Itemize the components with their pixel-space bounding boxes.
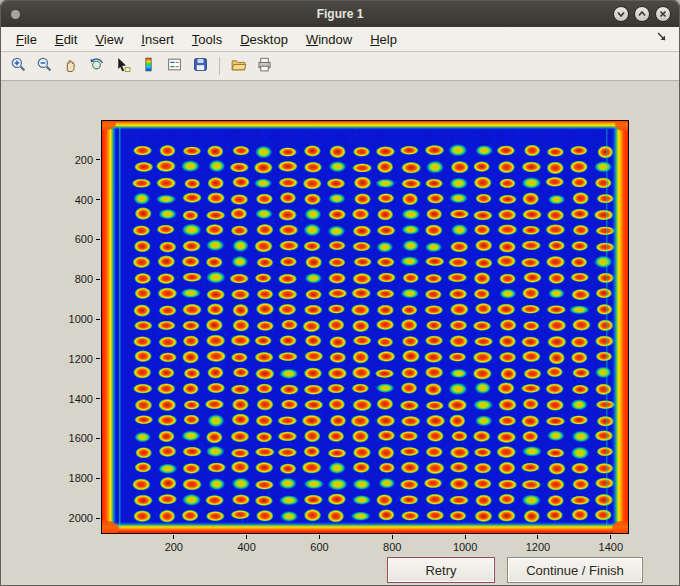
y-tick-mark (96, 398, 100, 399)
y-tick-label: 400 (57, 194, 93, 206)
menu-tools[interactable]: Tools (183, 29, 231, 50)
menu-desktop[interactable]: Desktop (231, 29, 297, 50)
titlebar[interactable]: Figure 1 (1, 1, 679, 27)
retry-button[interactable]: Retry (387, 557, 495, 583)
x-tick-label: 1200 (518, 541, 558, 553)
y-tick-label: 600 (57, 233, 93, 245)
rotate-3d-icon (88, 56, 105, 76)
y-tick-label: 200 (57, 154, 93, 166)
menubar: File Edit View Insert Tools Desktop Wind… (1, 27, 679, 52)
plot-axes (101, 120, 629, 534)
menu-edit[interactable]: Edit (46, 29, 86, 50)
x-tick-mark (610, 535, 611, 539)
y-tick-label: 800 (57, 273, 93, 285)
shade-button[interactable] (613, 6, 629, 22)
y-tick-label: 1400 (57, 393, 93, 405)
window-title: Figure 1 (1, 7, 679, 21)
x-tick-mark (319, 535, 320, 539)
y-tick-mark (96, 518, 100, 519)
printer-icon (256, 56, 273, 76)
insert-legend-button[interactable] (162, 55, 187, 78)
y-tick-mark (96, 319, 100, 320)
save-button[interactable] (188, 55, 213, 78)
toolbar-separator (219, 57, 220, 75)
x-tick-label: 200 (154, 541, 194, 553)
dock-figure-icon[interactable] (655, 30, 669, 48)
chevron-up-icon (637, 9, 647, 19)
menu-help[interactable]: Help (361, 29, 406, 50)
zoom-out-button[interactable] (32, 55, 57, 78)
menu-view[interactable]: View (86, 29, 132, 50)
print-button[interactable] (252, 55, 277, 78)
y-tick-label: 1600 (57, 432, 93, 444)
x-tick-label: 1400 (591, 541, 631, 553)
y-tick-mark (96, 478, 100, 479)
zoom-in-button[interactable] (6, 55, 31, 78)
y-tick-mark (96, 199, 100, 200)
x-tick-mark (173, 535, 174, 539)
rotate-3d-button[interactable] (84, 55, 109, 78)
open-button[interactable] (226, 55, 251, 78)
menu-file[interactable]: File (7, 29, 46, 50)
x-tick-label: 400 (227, 541, 267, 553)
zoom-in-icon (10, 56, 27, 76)
y-tick-label: 1000 (57, 313, 93, 325)
save-icon (192, 56, 209, 76)
x-tick-label: 600 (299, 541, 339, 553)
zoom-out-icon (36, 56, 53, 76)
y-tick-label: 2000 (57, 512, 93, 524)
x-tick-mark (246, 535, 247, 539)
figure-window: Figure 1 File Edit View Insert Tools Des… (0, 0, 680, 586)
data-cursor-button[interactable] (110, 55, 135, 78)
x-tick-mark (465, 535, 466, 539)
y-tick-mark (96, 438, 100, 439)
colorbar-icon (140, 56, 157, 76)
plot-canvas[interactable] (102, 121, 628, 533)
hand-icon (62, 56, 79, 76)
menu-window[interactable]: Window (297, 29, 361, 50)
figure-toolbar (1, 52, 679, 81)
y-tick-label: 1800 (57, 472, 93, 484)
close-icon (658, 9, 668, 19)
maximize-button[interactable] (634, 6, 650, 22)
pan-button[interactable] (58, 55, 83, 78)
folder-icon (230, 56, 247, 76)
y-tick-mark (96, 279, 100, 280)
figure-area: Retry Continue / Finish 2004006008001000… (1, 82, 679, 585)
y-tick-label: 1200 (57, 353, 93, 365)
continue-finish-button[interactable]: Continue / Finish (507, 557, 643, 583)
x-tick-mark (392, 535, 393, 539)
window-icon (11, 10, 20, 19)
x-tick-mark (537, 535, 538, 539)
legend-icon (166, 56, 183, 76)
y-tick-mark (96, 239, 100, 240)
close-button[interactable] (655, 6, 671, 22)
chevron-down-icon (616, 9, 626, 19)
y-tick-mark (96, 358, 100, 359)
x-tick-label: 1000 (445, 541, 485, 553)
y-tick-mark (96, 159, 100, 160)
data-cursor-icon (114, 56, 131, 76)
menu-insert[interactable]: Insert (132, 29, 183, 50)
insert-colorbar-button[interactable] (136, 55, 161, 78)
x-tick-label: 800 (372, 541, 412, 553)
